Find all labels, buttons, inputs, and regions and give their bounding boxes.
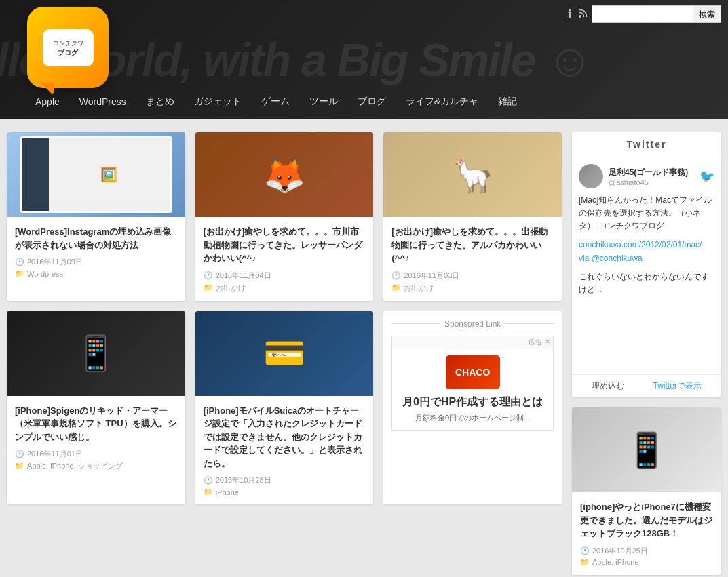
rss-icon-1[interactable]	[578, 7, 589, 22]
ad-top-bar: 広告 ✕	[392, 336, 553, 349]
post-date-5: 🕐 2016年10月28日	[204, 475, 366, 485]
post-image-6: 📱	[572, 407, 721, 492]
post-title-4[interactable]: [iPhone]Spigenのリキッド・アーマー（米軍軍事規格ソフト TPU）を…	[15, 404, 177, 444]
post-meta-4: 🕐 2016年11月01日 📁 Apple, iPhone, ショッピング	[15, 449, 177, 471]
post-meta-6: 🕐 2016年10月25日 📁 Apple, iPhone	[580, 546, 713, 567]
posts-grid-top: 🖼️ [WordPress]Instagramの埋め込み画像が表示されない場合の…	[7, 132, 562, 301]
post-card-5[interactable]: 💳 [iPhone]モバイルSuicaのオートチャージ設定で「入力されたクレジッ…	[195, 311, 374, 505]
post-title-6[interactable]: [iphone]やっとiPhone7に機種変更できました。選んだモデルはジェット…	[580, 500, 713, 540]
post-card-4[interactable]: 📱 [iPhone]Spigenのリキッド・アーマー（米軍軍事規格ソフト TPU…	[7, 311, 185, 505]
content-area: 🖼️ [WordPress]Instagramの埋め込み画像が表示されない場合の…	[7, 132, 562, 575]
post-card-6[interactable]: 📱 [iphone]やっとiPhone7に機種変更できました。選んだモデルはジェ…	[572, 407, 721, 575]
logo-area: コンチクワ ブログ	[27, 7, 109, 88]
post-image-1: 🖼️	[7, 132, 185, 217]
avatar-image	[579, 164, 603, 188]
main-nav: Apple WordPress まとめ ガジェット ゲーム ツール ブログ ライ…	[0, 90, 728, 119]
post-title-1[interactable]: [WordPress]Instagramの埋め込み画像が表示されない場合の対処方…	[15, 225, 177, 252]
ad-close[interactable]: ✕	[545, 338, 550, 347]
post-meta-3: 🕐 2016年11月03日 📁 お出かけ	[391, 271, 554, 293]
twitter-username: 足利45(ゴールド事務)	[609, 167, 688, 178]
post-title-5[interactable]: [iPhone]モバイルSuicaのオートチャージ設定で「入力されたクレジットカ…	[204, 404, 366, 471]
clock-icon-4: 🕐	[15, 450, 24, 458]
post-date-3: 🕐 2016年11月03日	[391, 271, 554, 281]
ad-sub: 月額料金0円でのホームページ制...	[399, 413, 546, 423]
post-cat-6: 📁 Apple, iPhone	[580, 558, 713, 567]
nav-item-misc[interactable]: 雑記	[490, 90, 525, 113]
nav-item-life[interactable]: ライフ&カルチャ	[398, 90, 486, 113]
site-logo[interactable]: コンチクワ ブログ	[27, 7, 109, 88]
twitter-header: Twitter	[572, 132, 721, 157]
search-button[interactable]: 検索	[693, 5, 721, 23]
twitter-footer: 埋め込む Twitterで表示	[572, 374, 721, 397]
post-image-3: 🦙	[383, 132, 562, 217]
post-body-4: [iPhone]Spigenのリキッド・アーマー（米軍軍事規格ソフト TPU）を…	[7, 396, 185, 480]
post-date-1: 🕐 2016年11月09日	[15, 257, 177, 267]
logo-text: コンチクワ ブログ	[53, 38, 83, 58]
post-body-3: [お出かけ]癒やしを求めて。。。出張動物園に行ってきた。アルパカかわいい(^^♪…	[383, 217, 562, 301]
post-date-2: 🕐 2016年11月04日	[204, 271, 366, 281]
nav-item-tool[interactable]: ツール	[301, 90, 346, 113]
twitter-text: [Mac]知らんかった！Macでファイルの保存先を選択する方法。（小ネタ）| コ…	[579, 194, 714, 233]
embed-button[interactable]: 埋め込む	[592, 380, 624, 392]
post-card-2[interactable]: 🦊 [お出かけ]癒やしを求めて。。。市川市動植物園に行ってきた。レッサーパンダか…	[195, 132, 374, 301]
twitter-display-button[interactable]: Twitterで表示	[653, 380, 701, 392]
search-area: 検索	[592, 5, 721, 23]
post-card-3[interactable]: 🦙 [お出かけ]癒やしを求めて。。。出張動物園に行ってきた。アルパカかわいい(^…	[383, 132, 562, 301]
twitter-user-info: 足利45(ゴールド事務) @ashiato45	[609, 167, 688, 186]
twitter-content[interactable]: 足利45(ゴールド事務) @ashiato45 🐦 [Mac]知らんかった！Ma…	[572, 157, 721, 374]
post-title-3[interactable]: [お出かけ]癒やしを求めて。。。出張動物園に行ってきた。アルパカかわいい(^^♪	[391, 225, 554, 265]
post-meta-2: 🕐 2016年11月04日 📁 お出かけ	[204, 271, 366, 293]
nav-item-wordpress[interactable]: WordPress	[71, 91, 134, 113]
posts-grid-bottom: 📱 [iPhone]Spigenのリキッド・アーマー（米軍軍事規格ソフト TPU…	[7, 311, 562, 505]
post-cat-4: 📁 Apple, iPhone, ショッピング	[15, 461, 177, 471]
sponsored-block: Sponsored Link 広告 ✕ CHACO 月0円でHP作成する理由とは…	[383, 311, 562, 505]
post-image-5: 💳	[195, 311, 374, 396]
site-header: Hello World, with a Big Smile ☺ ℹ ✕ f g+…	[0, 0, 728, 119]
folder-icon-4: 📁	[15, 462, 24, 471]
nav-item-matome[interactable]: まとめ	[138, 90, 183, 113]
post-body-1: [WordPress]Instagramの埋め込み画像が表示されない場合の対処方…	[7, 217, 185, 286]
post-cat-5: 📁 iPhone	[204, 488, 366, 496]
clock-icon-1: 🕐	[15, 258, 24, 266]
twitter-via: via @conchikuwa	[579, 252, 714, 265]
clock-icon-6: 🕐	[580, 546, 590, 555]
post-date-4: 🕐 2016年11月01日	[15, 449, 177, 459]
folder-icon-5: 📁	[204, 488, 213, 496]
search-input[interactable]	[592, 5, 693, 23]
info-icon[interactable]: ℹ	[568, 7, 573, 22]
sidebar: Twitter 足利45(ゴールド事務) @ashiato45 🐦 [Mac]知…	[572, 132, 721, 575]
ad-logo: CHACO	[446, 355, 500, 389]
twitter-user: 足利45(ゴールド事務) @ashiato45 🐦	[579, 164, 714, 188]
post-title-2[interactable]: [お出かけ]癒やしを求めて。。。市川市動植物園に行ってきた。レッサーパンダかわい…	[204, 225, 366, 265]
svg-point-0	[579, 15, 581, 18]
post-body-6: [iphone]やっとiPhone7に機種変更できました。選んだモデルはジェット…	[572, 492, 721, 575]
post-cat-2: 📁 お出かけ	[204, 283, 366, 293]
twitter-continuation: これぐらいないとわからないんですけど...	[579, 271, 714, 296]
twitter-bird-icon: 🐦	[700, 169, 714, 184]
nav-item-gadget[interactable]: ガジェット	[186, 90, 250, 113]
post-cat-3: 📁 お出かけ	[391, 283, 554, 293]
nav-item-blog[interactable]: ブログ	[349, 90, 394, 113]
clock-icon-5: 🕐	[204, 476, 213, 485]
twitter-link[interactable]: conchikuwa.com/2012/02/01/mac/	[579, 240, 702, 250]
ad-text: 月0円でHP作成する理由とは	[399, 395, 546, 410]
ad-block[interactable]: 広告 ✕ CHACO 月0円でHP作成する理由とは 月額料金0円でのホームページ…	[391, 336, 554, 431]
twitter-handle: @ashiato45	[609, 178, 688, 186]
post-card-1[interactable]: 🖼️ [WordPress]Instagramの埋め込み画像が表示されない場合の…	[7, 132, 185, 301]
post-image-2: 🦊	[195, 132, 374, 217]
folder-icon-1: 📁	[15, 269, 24, 278]
nav-item-game[interactable]: ゲーム	[253, 90, 298, 113]
post-meta-5: 🕐 2016年10月28日 📁 iPhone	[204, 475, 366, 496]
nav-item-apple[interactable]: Apple	[27, 91, 68, 113]
folder-icon-3: 📁	[391, 283, 401, 292]
post-body-5: [iPhone]モバイルSuicaのオートチャージ設定で「入力されたクレジットカ…	[195, 396, 374, 505]
twitter-widget: Twitter 足利45(ゴールド事務) @ashiato45 🐦 [Mac]知…	[572, 132, 721, 397]
twitter-avatar	[579, 164, 603, 188]
main-content: 🖼️ [WordPress]Instagramの埋め込み画像が表示されない場合の…	[0, 119, 728, 577]
post-cat-1: 📁 Wordpress	[15, 269, 177, 278]
folder-icon-6: 📁	[580, 558, 590, 567]
clock-icon-2: 🕐	[204, 271, 213, 280]
clock-icon-3: 🕐	[391, 271, 401, 280]
post-image-4: 📱	[7, 311, 185, 396]
post-body-2: [お出かけ]癒やしを求めて。。。市川市動植物園に行ってきた。レッサーパンダかわい…	[195, 217, 374, 301]
